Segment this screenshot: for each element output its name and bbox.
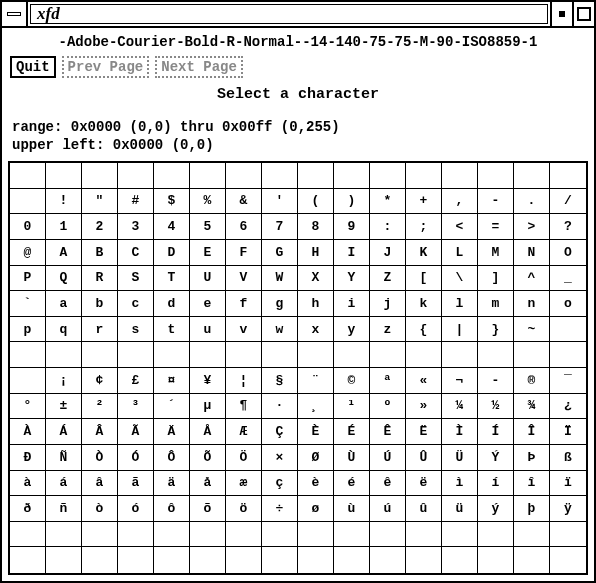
char-cell[interactable]: *: [370, 189, 406, 215]
char-cell[interactable]: %: [190, 189, 226, 215]
char-cell[interactable]: [: [406, 266, 442, 292]
char-cell[interactable]: Ê: [370, 419, 406, 445]
char-cell[interactable]: A: [46, 240, 82, 266]
char-cell[interactable]: [514, 342, 550, 368]
char-cell[interactable]: ª: [370, 368, 406, 394]
char-cell[interactable]: [442, 547, 478, 573]
char-cell[interactable]: ,: [442, 189, 478, 215]
char-cell[interactable]: [478, 342, 514, 368]
char-cell[interactable]: ö: [226, 496, 262, 522]
char-cell[interactable]: [190, 342, 226, 368]
char-cell[interactable]: [298, 342, 334, 368]
char-cell[interactable]: ?: [550, 214, 586, 240]
char-cell[interactable]: 8: [298, 214, 334, 240]
char-cell[interactable]: ü: [442, 496, 478, 522]
char-cell[interactable]: [514, 163, 550, 189]
char-cell[interactable]: r: [82, 317, 118, 343]
char-cell[interactable]: n: [514, 291, 550, 317]
char-cell[interactable]: [226, 342, 262, 368]
char-cell[interactable]: [10, 547, 46, 573]
char-cell[interactable]: Ï: [550, 419, 586, 445]
char-cell[interactable]: [10, 368, 46, 394]
char-cell[interactable]: ¾: [514, 394, 550, 420]
char-cell[interactable]: ¸: [298, 394, 334, 420]
char-cell[interactable]: <: [442, 214, 478, 240]
char-cell[interactable]: ³: [118, 394, 154, 420]
char-cell[interactable]: :: [370, 214, 406, 240]
char-cell[interactable]: K: [406, 240, 442, 266]
char-cell[interactable]: 7: [262, 214, 298, 240]
char-cell[interactable]: s: [118, 317, 154, 343]
char-cell[interactable]: ï: [550, 471, 586, 497]
char-cell[interactable]: (: [298, 189, 334, 215]
char-cell[interactable]: [82, 547, 118, 573]
char-cell[interactable]: [154, 547, 190, 573]
char-cell[interactable]: }: [478, 317, 514, 343]
char-cell[interactable]: {: [406, 317, 442, 343]
char-cell[interactable]: Ò: [82, 445, 118, 471]
char-cell[interactable]: Å: [190, 419, 226, 445]
char-cell[interactable]: [10, 522, 46, 548]
char-cell[interactable]: ¢: [82, 368, 118, 394]
char-cell[interactable]: Y: [334, 266, 370, 292]
char-cell[interactable]: [298, 547, 334, 573]
char-cell[interactable]: µ: [190, 394, 226, 420]
char-cell[interactable]: [442, 163, 478, 189]
char-cell[interactable]: C: [118, 240, 154, 266]
char-cell[interactable]: [10, 342, 46, 368]
char-cell[interactable]: [46, 522, 82, 548]
char-cell[interactable]: È: [298, 419, 334, 445]
char-cell[interactable]: é: [334, 471, 370, 497]
char-cell[interactable]: l: [442, 291, 478, 317]
char-cell[interactable]: Â: [82, 419, 118, 445]
char-cell[interactable]: Ó: [118, 445, 154, 471]
char-cell[interactable]: >: [514, 214, 550, 240]
char-cell[interactable]: Ì: [442, 419, 478, 445]
char-cell[interactable]: ×: [262, 445, 298, 471]
char-cell[interactable]: á: [46, 471, 82, 497]
char-cell[interactable]: ^: [514, 266, 550, 292]
char-cell[interactable]: 2: [82, 214, 118, 240]
char-cell[interactable]: [154, 163, 190, 189]
char-cell[interactable]: N: [514, 240, 550, 266]
char-cell[interactable]: j: [370, 291, 406, 317]
char-cell[interactable]: Ø: [298, 445, 334, 471]
char-cell[interactable]: [550, 342, 586, 368]
char-cell[interactable]: Ñ: [46, 445, 82, 471]
char-cell[interactable]: M: [478, 240, 514, 266]
char-cell[interactable]: ²: [82, 394, 118, 420]
char-cell[interactable]: [334, 547, 370, 573]
char-cell[interactable]: ): [334, 189, 370, 215]
char-cell[interactable]: [46, 547, 82, 573]
char-cell[interactable]: [262, 342, 298, 368]
char-cell[interactable]: y: [334, 317, 370, 343]
char-cell[interactable]: m: [478, 291, 514, 317]
char-cell[interactable]: [154, 342, 190, 368]
char-cell[interactable]: å: [190, 471, 226, 497]
char-cell[interactable]: ": [82, 189, 118, 215]
char-cell[interactable]: R: [82, 266, 118, 292]
char-cell[interactable]: ú: [370, 496, 406, 522]
char-cell[interactable]: @: [10, 240, 46, 266]
next-page-button[interactable]: Next Page: [155, 56, 243, 78]
char-cell[interactable]: 9: [334, 214, 370, 240]
char-cell[interactable]: _: [550, 266, 586, 292]
char-cell[interactable]: Ö: [226, 445, 262, 471]
char-cell[interactable]: [154, 522, 190, 548]
char-cell[interactable]: ñ: [46, 496, 82, 522]
char-cell[interactable]: #: [118, 189, 154, 215]
char-cell[interactable]: e: [190, 291, 226, 317]
char-cell[interactable]: G: [262, 240, 298, 266]
char-cell[interactable]: o: [550, 291, 586, 317]
char-cell[interactable]: +: [406, 189, 442, 215]
char-cell[interactable]: f: [226, 291, 262, 317]
char-cell[interactable]: ¯: [550, 368, 586, 394]
char-cell[interactable]: °: [10, 394, 46, 420]
char-cell[interactable]: Ë: [406, 419, 442, 445]
char-cell[interactable]: Í: [478, 419, 514, 445]
char-cell[interactable]: E: [190, 240, 226, 266]
char-cell[interactable]: Î: [514, 419, 550, 445]
char-cell[interactable]: ': [262, 189, 298, 215]
char-cell[interactable]: c: [118, 291, 154, 317]
char-cell[interactable]: |: [442, 317, 478, 343]
